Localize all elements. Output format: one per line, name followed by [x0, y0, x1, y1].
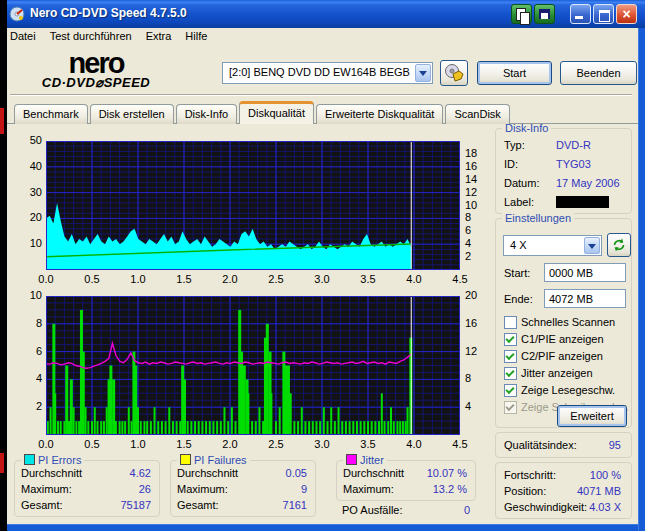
drive-select-value: [2:0] BENQ DVD DD EW164B BEGB	[229, 66, 410, 78]
disc-eject-button[interactable]	[440, 60, 468, 86]
checkbox-label: Schnelles Scannen	[521, 316, 615, 328]
checkbox-box	[504, 401, 517, 414]
stat-value: 9	[301, 483, 307, 495]
speed-select[interactable]: 4 X	[503, 235, 602, 256]
refresh-button[interactable]	[607, 233, 631, 257]
copy-icon	[516, 8, 526, 21]
chevron-down-icon[interactable]	[415, 64, 431, 82]
checkbox-box[interactable]	[504, 384, 517, 397]
axis-tick-label: 16	[465, 317, 491, 329]
quality-index-panel: Qualitätsindex: 95	[495, 432, 632, 458]
minimize-icon	[575, 16, 583, 19]
axis-tick-label: 0.5	[77, 273, 107, 285]
disk-id-value: TYG03	[556, 158, 591, 170]
tab-disk-erstellen[interactable]: Disk erstellen	[90, 104, 174, 124]
advanced-button[interactable]: Erweitert	[557, 405, 627, 427]
settings-title: Einstellungen	[502, 212, 574, 224]
tab-benchmark[interactable]: Benchmark	[14, 104, 88, 124]
stat-label: Gesamt:	[177, 499, 219, 511]
stat-label: Durchschnitt	[21, 467, 82, 479]
tab-bar: Benchmark Disk erstellen Disk-Info Diskq…	[14, 101, 512, 124]
quit-button[interactable]: Beenden	[560, 61, 637, 85]
checkbox-box[interactable]	[504, 367, 517, 380]
advanced-button-label: Erweitert	[558, 406, 626, 426]
menu-datei[interactable]: Datei	[3, 28, 43, 44]
maximize-button[interactable]	[593, 4, 614, 24]
axis-tick-label: 3.0	[307, 438, 337, 450]
close-button[interactable]: ×	[616, 4, 637, 24]
progress-panel: Fortschritt: 100 % Position: 4071 MB Ges…	[495, 462, 632, 519]
checkbox-label: Zeige Lesegeschw.	[521, 384, 615, 396]
tab-disk-info[interactable]: Disk-Info	[176, 104, 237, 124]
save-button[interactable]	[534, 4, 555, 24]
start-mb-input[interactable]	[544, 263, 626, 282]
checkbox-label: C1/PIE anzeigen	[521, 333, 604, 345]
copy-button[interactable]	[511, 4, 532, 24]
axis-tick-label: 6	[465, 224, 491, 236]
axis-tick-label: 8	[465, 372, 491, 384]
pi-failures-legend-swatch	[180, 454, 191, 465]
menu-hilfe[interactable]: Hilfe	[178, 28, 214, 44]
jitter-title-text: Jitter	[360, 454, 384, 466]
axis-tick-label: 1.0	[123, 273, 153, 285]
drive-select[interactable]: [2:0] BENQ DVD DD EW164B BEGB	[222, 62, 433, 84]
axis-tick-label: 8	[465, 211, 491, 223]
pi-failures-jitter-chart: 108642201612840.00.51.01.52.02.53.03.54.…	[46, 296, 460, 435]
stat-value: 26	[139, 483, 151, 495]
axis-tick-label: 4	[465, 237, 491, 249]
disk-datum-value: 17 May 2006	[556, 177, 620, 189]
axis-tick-label: 4	[8, 372, 42, 384]
ende-mb-label: Ende:	[504, 293, 533, 305]
minimize-button[interactable]	[570, 4, 591, 24]
pi-errors-stats-title: PI Errors	[21, 454, 84, 466]
axis-tick-label: 2	[8, 400, 42, 412]
stat-value: 10.07 %	[427, 467, 467, 479]
axis-tick-label: 12	[465, 186, 491, 198]
checkbox-box[interactable]	[504, 316, 517, 329]
screen-edge-strip	[0, 0, 7, 531]
maximize-icon	[599, 10, 610, 22]
nero-logo-product: CD·DVD⌀SPEED	[2, 76, 190, 89]
checkbox-label: C2/PIF anzeigen	[521, 350, 603, 362]
ende-mb-input[interactable]	[544, 289, 626, 308]
disk-typ-value: DVD-R	[556, 139, 591, 151]
axis-tick-label: 4.5	[445, 273, 475, 285]
window-border-bottom	[7, 524, 638, 531]
start-button-label: Start	[478, 62, 551, 84]
settings-group: Einstellungen 4 X Start: Ende: Schnelles…	[495, 218, 632, 428]
disk-typ-label: Typ:	[504, 139, 525, 151]
stat-label: Maximum:	[343, 483, 394, 495]
pi-errors-title-text: PI Errors	[38, 454, 81, 466]
quality-index-value: 95	[609, 439, 621, 451]
axis-tick-label: 10	[8, 289, 42, 301]
speed-value: 4.03 X	[589, 501, 621, 513]
tab-erweiterte-diskqualitaet[interactable]: Erweiterte Diskqualität	[316, 104, 443, 124]
axis-tick-label: 4.5	[445, 438, 475, 450]
pi-failures-stats: PI Failures Durchschnitt 0.05 Maximum: 9…	[170, 460, 316, 517]
menu-test-durchfuehren[interactable]: Test durchführen	[43, 28, 139, 44]
chart-canvas	[46, 296, 460, 435]
axis-tick-label: 0.0	[31, 273, 61, 285]
axis-tick-label: 1.0	[123, 438, 153, 450]
pi-failures-title-text: PI Failures	[194, 454, 247, 466]
disk-label-redacted	[556, 196, 609, 208]
checkbox-box[interactable]	[504, 350, 517, 363]
quality-index-label: Qualitätsindex:	[504, 439, 577, 451]
chevron-down-icon[interactable]	[584, 237, 600, 254]
menu-extra[interactable]: Extra	[139, 28, 179, 44]
axis-tick-label: 10	[465, 199, 491, 211]
refresh-icon	[611, 237, 627, 253]
start-button[interactable]: Start	[477, 61, 552, 85]
axis-tick-label: 20	[8, 211, 42, 223]
tab-scandisk[interactable]: ScanDisk	[445, 104, 509, 124]
checkbox-box[interactable]	[504, 333, 517, 346]
tab-diskqualitaet[interactable]: Diskqualität	[239, 101, 314, 124]
nero-logo: nero CD·DVD⌀SPEED	[2, 51, 190, 89]
save-icon	[539, 9, 550, 19]
toolbar-divider	[10, 94, 632, 96]
axis-tick-label: 10	[8, 237, 42, 249]
axis-tick-label: 50	[8, 134, 42, 146]
po-failures-value: 0	[464, 504, 470, 516]
speed-select-value: 4 X	[510, 239, 527, 251]
axis-tick-label: 2	[465, 250, 491, 262]
